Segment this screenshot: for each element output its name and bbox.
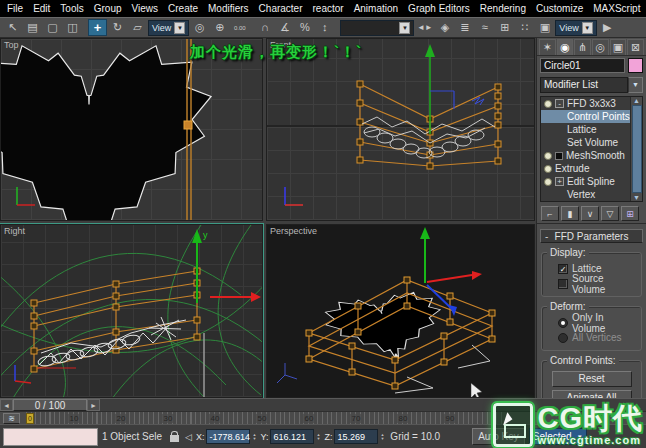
stack-item-extrude[interactable]: • Extrude — [541, 162, 642, 175]
menu-create[interactable]: Create — [163, 3, 203, 14]
viewport-top[interactable]: Top — [0, 38, 263, 221]
x-coordinate-field[interactable]: -1778.614 — [206, 429, 250, 444]
select-and-move-icon[interactable]: + — [88, 19, 107, 36]
tab-create-icon[interactable]: ✶ — [539, 39, 556, 55]
maxscript-mini-listener[interactable] — [3, 428, 98, 446]
object-color-swatch[interactable] — [628, 58, 643, 73]
menu-animation[interactable]: Animation — [349, 3, 403, 14]
mini-curve-editor-icon[interactable]: ≋ — [3, 413, 20, 424]
menu-modifiers[interactable]: Modifiers — [203, 3, 254, 14]
expand-icon[interactable]: + — [555, 177, 564, 186]
menu-views[interactable]: Views — [127, 3, 164, 14]
radio-icon[interactable] — [558, 333, 568, 343]
named-selection-sets-dropdown[interactable]: ▼ — [340, 20, 414, 36]
menu-edit[interactable]: Edit — [28, 3, 55, 14]
select-object-icon[interactable]: ↖ — [3, 19, 22, 36]
snap-toggle-icon[interactable]: ∩ — [255, 19, 274, 36]
tab-motion-icon[interactable]: ◎ — [592, 39, 609, 55]
viewport-top-label[interactable]: Top — [4, 40, 19, 50]
material-editor-icon[interactable]: ∷ — [515, 19, 534, 36]
bulb-icon[interactable]: • — [544, 165, 552, 173]
checkbox-unchecked-icon[interactable] — [558, 279, 568, 289]
align-icon[interactable]: ◈ — [435, 19, 454, 36]
menu-group[interactable]: Group — [89, 3, 127, 14]
next-frame-icon[interactable]: ► — [87, 399, 100, 411]
time-slider-button[interactable]: 0 / 100 — [13, 399, 87, 411]
render-setup-icon[interactable]: ▣ — [535, 19, 554, 36]
quick-render-icon[interactable]: ▶ — [598, 19, 617, 36]
dropdown-arrow-icon[interactable]: ▼ — [582, 22, 593, 34]
absolute-mode-icon[interactable]: ◁ — [185, 432, 192, 442]
viewport-front[interactable]: Front — [266, 38, 535, 221]
dropdown-arrow-icon[interactable]: ▼ — [174, 22, 185, 34]
radio-selected-icon[interactable] — [558, 318, 568, 328]
layer-manager-icon[interactable]: ≣ — [455, 19, 474, 36]
reference-coordinate-system-dropdown[interactable]: View ▼ — [148, 20, 189, 36]
reset-button[interactable]: Reset — [552, 371, 632, 387]
heart-spline[interactable] — [1, 46, 211, 221]
collapse-icon[interactable]: - — [555, 99, 564, 108]
stack-item-vertex[interactable]: Vertex — [541, 188, 642, 201]
y-coordinate-field[interactable]: 616.121 — [270, 429, 314, 444]
remove-modifier-button[interactable]: ▽ — [601, 206, 619, 221]
source-volume-checkbox-row[interactable]: Source Volume — [558, 277, 638, 290]
scrollbar-thumb[interactable] — [632, 105, 642, 193]
dropdown-arrow-icon[interactable]: ▼ — [399, 22, 410, 34]
z-spinner[interactable]: ▲▼ — [380, 433, 384, 441]
curve-editor-icon[interactable]: ≈ — [475, 19, 494, 36]
percent-snap-icon[interactable]: % — [295, 19, 314, 36]
use-pivot-center-icon[interactable]: ◎ — [190, 19, 209, 36]
menu-rendering[interactable]: Rendering — [475, 3, 531, 14]
y-spinner[interactable]: ▲▼ — [316, 433, 320, 441]
viewport-perspective-label[interactable]: Perspective — [270, 226, 317, 236]
z-coordinate-field[interactable]: 15.269 — [334, 429, 378, 444]
bulb-icon[interactable]: • — [544, 178, 552, 186]
menu-reactor[interactable]: reactor — [308, 3, 349, 14]
tab-utilities-icon[interactable]: ⊠ — [627, 39, 644, 55]
select-and-manipulate-icon[interactable]: ⊕ — [210, 19, 229, 36]
only-in-volume-radio-row[interactable]: Only In Volume — [558, 316, 638, 329]
current-frame-marker[interactable]: 0 — [26, 413, 34, 424]
stack-item-lattice[interactable]: Lattice — [541, 123, 642, 136]
configure-modifier-sets-button[interactable]: ⊞ — [621, 206, 639, 221]
scroll-down-icon[interactable]: ▼ — [633, 194, 640, 201]
angle-snap-icon[interactable]: ∡ — [275, 19, 294, 36]
checkbox-checked-icon[interactable]: ✓ — [558, 264, 568, 274]
pin-stack-button[interactable]: ⌐ — [541, 206, 559, 221]
snap-spinner-icon[interactable]: 0.00 — [230, 19, 249, 36]
menu-graph-editors[interactable]: Graph Editors — [403, 3, 475, 14]
tab-modify-icon[interactable]: ◉ — [557, 39, 574, 55]
ffd-control-point[interactable] — [184, 121, 192, 129]
viewport-perspective[interactable]: Perspective — [266, 224, 535, 398]
select-by-name-icon[interactable]: ▤ — [23, 19, 42, 36]
object-name-field[interactable]: Circle01 — [540, 58, 625, 73]
mirror-icon[interactable]: ◄► — [415, 19, 434, 36]
schematic-view-icon[interactable]: ⊞ — [495, 19, 514, 36]
menu-maxscript[interactable]: MAXScript — [588, 3, 645, 14]
stack-item-edit-spline[interactable]: • + Edit Spline — [541, 175, 642, 188]
stack-item-set-volume[interactable]: Set Volume — [541, 136, 642, 149]
select-and-scale-icon[interactable]: ▱ — [128, 19, 147, 36]
show-end-result-button[interactable]: ▮ — [561, 206, 579, 221]
tab-hierarchy-icon[interactable]: ⋔ — [574, 39, 591, 55]
viewport-right[interactable]: Right — [0, 224, 263, 398]
selection-lock-icon[interactable] — [170, 435, 179, 442]
menu-tools[interactable]: Tools — [55, 3, 88, 14]
rollout-collapse-icon[interactable]: - — [545, 231, 548, 242]
gizmo-x-axis[interactable] — [427, 275, 472, 282]
viewport-right-label[interactable]: Right — [4, 226, 25, 236]
stack-item-control-points[interactable]: Control Points — [541, 110, 642, 123]
animate-all-button[interactable]: Animate All — [552, 390, 632, 398]
render-type-dropdown[interactable]: View ▼ — [555, 20, 596, 36]
scroll-up-icon[interactable]: ▲ — [633, 97, 640, 104]
spinner-snap-icon[interactable]: ↕ — [315, 19, 334, 36]
rollout-ffd-parameters[interactable]: - FFD Parameters — [540, 229, 643, 243]
dropdown-arrow-icon[interactable]: ▼ — [628, 77, 643, 93]
make-unique-button[interactable]: ∨ — [581, 206, 599, 221]
modifier-list-dropdown[interactable]: Modifier List — [540, 77, 628, 93]
menu-customize[interactable]: Customize — [531, 3, 588, 14]
bulb-icon[interactable]: • — [544, 100, 552, 108]
stack-item-meshsmooth[interactable]: • MeshSmooth — [541, 149, 642, 162]
menu-character[interactable]: Character — [254, 3, 308, 14]
stack-item-ffd[interactable]: • - FFD 3x3x3 — [541, 97, 642, 110]
